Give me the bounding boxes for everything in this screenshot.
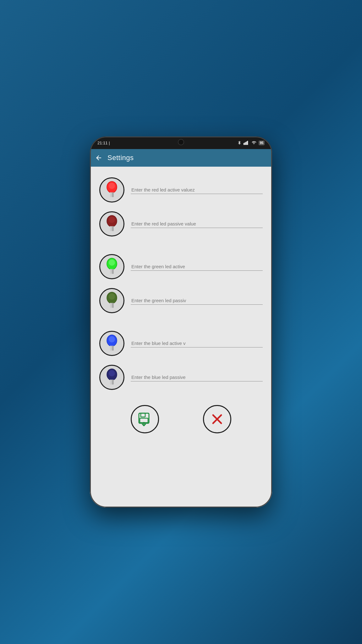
spacer-2: [96, 318, 266, 326]
toolbar-title: Settings: [107, 154, 134, 162]
back-button[interactable]: [95, 154, 102, 162]
red-active-input[interactable]: [131, 186, 263, 194]
svg-point-26: [107, 335, 117, 346]
wifi-icon: [251, 141, 257, 145]
svg-rect-6: [110, 192, 112, 197]
svg-rect-25: [112, 346, 114, 351]
svg-rect-12: [112, 226, 114, 231]
svg-point-19: [109, 293, 115, 300]
battery-icon: 95: [259, 141, 265, 145]
blue-passive-row: [96, 360, 266, 394]
svg-rect-33: [140, 418, 148, 423]
svg-rect-20: [110, 303, 112, 308]
svg-rect-21: [112, 303, 114, 308]
cancel-icon: [209, 411, 225, 427]
svg-rect-24: [110, 346, 112, 351]
green-active-row: [96, 250, 266, 284]
bottom-buttons: [96, 397, 266, 436]
red-passive-input[interactable]: [131, 220, 263, 228]
red-passive-led-icon: [99, 211, 124, 236]
blue-passive-input[interactable]: [131, 373, 263, 381]
svg-rect-11: [110, 226, 112, 231]
save-icon: [137, 411, 153, 427]
blue-passive-led-icon: [99, 365, 124, 390]
signal-icon: [244, 141, 249, 145]
red-active-input-container: [131, 186, 263, 194]
save-button[interactable]: [131, 405, 159, 433]
green-passive-row: [96, 284, 266, 318]
blue-active-row: [96, 326, 266, 360]
status-bar: 21:11 | 95: [90, 136, 272, 149]
blue-active-input-container: [131, 339, 263, 347]
svg-point-8: [107, 181, 117, 193]
green-active-input[interactable]: [131, 263, 263, 271]
green-passive-led-icon: [99, 288, 124, 313]
red-active-row: [96, 173, 266, 207]
green-passive-input[interactable]: [131, 297, 263, 305]
battery-level: 95: [260, 141, 263, 145]
svg-rect-29: [110, 380, 112, 385]
svg-rect-2: [246, 142, 247, 145]
phone-frame: 21:11 | 95: [90, 136, 272, 508]
green-active-input-container: [131, 263, 263, 271]
svg-rect-3: [247, 141, 248, 145]
bluetooth-icon: [237, 141, 242, 145]
content-area: [90, 167, 272, 508]
blue-active-input[interactable]: [131, 339, 263, 347]
blue-passive-input-container: [131, 373, 263, 381]
green-active-led-icon: [99, 254, 124, 279]
toolbar: Settings: [90, 149, 272, 167]
camera-notch: [178, 139, 184, 145]
blue-active-led-icon: [99, 331, 124, 356]
svg-rect-7: [112, 192, 114, 197]
svg-rect-16: [112, 269, 114, 274]
red-passive-input-container: [131, 220, 263, 228]
svg-rect-0: [244, 143, 244, 145]
svg-rect-1: [245, 142, 246, 145]
svg-point-28: [109, 370, 115, 376]
svg-point-17: [107, 258, 117, 269]
svg-rect-30: [112, 380, 114, 385]
red-passive-row: [96, 207, 266, 241]
status-time: 21:11 |: [97, 141, 110, 145]
svg-rect-32: [141, 413, 145, 417]
green-passive-input-container: [131, 297, 263, 305]
cancel-button[interactable]: [203, 405, 231, 433]
svg-rect-15: [110, 269, 112, 274]
status-icons: 95: [237, 141, 265, 145]
spacer-1: [96, 241, 266, 250]
red-active-led-icon: [99, 177, 124, 203]
svg-point-10: [109, 217, 115, 223]
